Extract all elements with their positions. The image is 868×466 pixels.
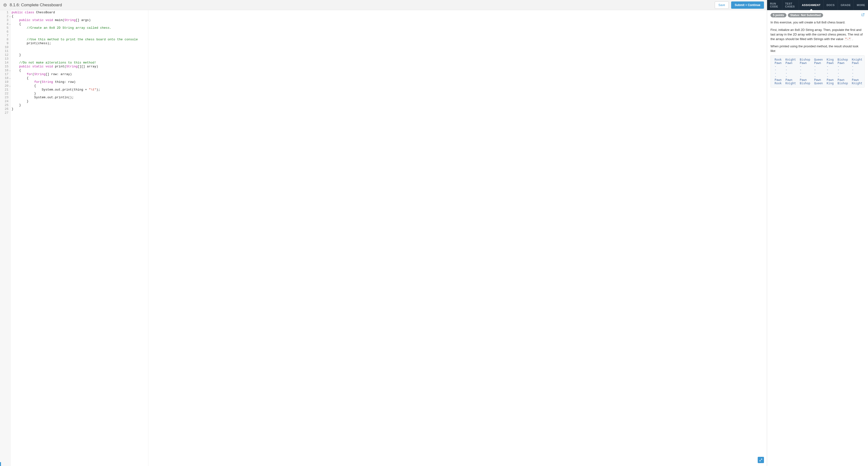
- table-cell: Pawn: [812, 78, 825, 82]
- code-line[interactable]: for(String[] row: array): [11, 72, 766, 76]
- table-cell: -: [864, 75, 865, 78]
- line-number: 3: [0, 18, 10, 22]
- line-number: 4: [0, 22, 10, 26]
- code-line[interactable]: //Use this method to print the chess boa…: [11, 38, 766, 41]
- code-line[interactable]: {: [11, 76, 766, 80]
- code-line[interactable]: {: [11, 84, 766, 88]
- table-cell: -: [798, 75, 812, 78]
- table-cell: King: [825, 58, 836, 61]
- table-cell: Knight: [783, 58, 798, 61]
- table-cell: -: [812, 65, 825, 68]
- code-line[interactable]: //Do not make alterations to this method…: [11, 61, 766, 65]
- table-cell: Rook: [773, 82, 783, 85]
- table-row: --------: [773, 71, 865, 75]
- code-line[interactable]: }: [11, 107, 766, 111]
- table-cell: -: [825, 65, 836, 68]
- dash-code: "-": [844, 37, 851, 41]
- code-line[interactable]: System.out.print(thing + "\t");: [11, 88, 766, 92]
- line-number: 24: [0, 99, 10, 103]
- table-row: --------: [773, 68, 865, 71]
- code-line[interactable]: {: [11, 22, 766, 26]
- code-line[interactable]: }: [11, 92, 766, 96]
- line-number: 18: [0, 76, 10, 80]
- table-cell: Rook: [864, 82, 865, 85]
- code-line[interactable]: System.out.println();: [11, 96, 766, 99]
- line-number: 25: [0, 103, 10, 107]
- tab-assignment[interactable]: ASSIGNMENT: [799, 0, 824, 10]
- code-line[interactable]: }: [11, 99, 766, 103]
- open-external-icon[interactable]: [861, 13, 865, 18]
- code-line[interactable]: for(String thing: row): [11, 80, 766, 84]
- code-editor[interactable]: 1234567891011121314151617181920212223242…: [0, 10, 767, 466]
- line-number: 6: [0, 30, 10, 34]
- code-line[interactable]: }: [11, 53, 766, 57]
- tab-docs[interactable]: DOCS: [824, 0, 838, 10]
- line-number: 8: [0, 38, 10, 41]
- code-line[interactable]: [11, 45, 766, 49]
- table-cell: Bishop: [798, 58, 812, 61]
- save-button[interactable]: Save: [715, 1, 728, 9]
- line-number: 15: [0, 65, 10, 69]
- table-cell: Pawn: [836, 61, 850, 65]
- table-cell: -: [864, 71, 865, 75]
- table-cell: Pawn: [773, 61, 783, 65]
- code-line[interactable]: [11, 30, 766, 34]
- line-number: 14: [0, 61, 10, 65]
- code-line[interactable]: }: [11, 103, 766, 107]
- fullscreen-button[interactable]: [758, 457, 764, 463]
- code-line[interactable]: public static void main(String[] args): [11, 18, 766, 22]
- line-number: 20: [0, 84, 10, 88]
- table-cell: Bishop: [798, 82, 812, 85]
- submit-continue-button[interactable]: Submit + Continue: [731, 1, 764, 9]
- code-area[interactable]: public class ChessBoard { public static …: [11, 10, 767, 466]
- code-line[interactable]: {: [11, 69, 766, 72]
- table-cell: -: [783, 68, 798, 71]
- code-line[interactable]: print(chess);: [11, 41, 766, 45]
- code-line[interactable]: public class ChessBoard: [11, 11, 766, 14]
- table-cell: -: [864, 65, 865, 68]
- table-cell: -: [836, 75, 850, 78]
- tab-test-cases[interactable]: TEST CASES: [782, 0, 799, 10]
- table-cell: Bishop: [836, 58, 850, 61]
- table-cell: Bishop: [836, 82, 850, 85]
- gear-icon[interactable]: [3, 3, 7, 7]
- para2b: .: [851, 37, 853, 41]
- table-cell: Pawn: [783, 78, 798, 82]
- app-root: 8.1.6: Complete Chessboard Save Submit +…: [0, 0, 868, 466]
- code-line[interactable]: [11, 34, 766, 38]
- code-line[interactable]: public static void print(String[][] arra…: [11, 65, 766, 69]
- code-line[interactable]: [11, 57, 766, 61]
- table-cell: -: [836, 68, 850, 71]
- tab-run-code[interactable]: RUN CODE: [767, 0, 782, 10]
- line-number: 13: [0, 57, 10, 61]
- table-cell: Pawn: [836, 78, 850, 82]
- line-number: 19: [0, 80, 10, 84]
- table-cell: Pawn: [798, 78, 812, 82]
- line-number: 16: [0, 69, 10, 72]
- tab-grade[interactable]: GRADE: [838, 0, 854, 10]
- table-cell: Pawn: [825, 61, 836, 65]
- table-cell: -: [773, 75, 783, 78]
- table-cell: -: [812, 71, 825, 75]
- points-badge: 5 points: [771, 13, 786, 18]
- badges-row: 5 points Status: Not Submitted: [771, 13, 865, 18]
- line-number: 23: [0, 96, 10, 99]
- line-number: 1: [0, 11, 10, 14]
- table-cell: -: [783, 65, 798, 68]
- tab-more[interactable]: MORE: [854, 0, 868, 10]
- table-row: --------: [773, 75, 865, 78]
- line-number: 2: [0, 14, 10, 18]
- code-line[interactable]: [11, 49, 766, 53]
- table-cell: -: [850, 65, 864, 68]
- assignment-para-3: When printed using the provided method, …: [771, 44, 865, 53]
- table-row: PawnPawnPawnPawnPawnPawnPawnPawn: [773, 78, 865, 82]
- code-line[interactable]: {: [11, 14, 766, 18]
- table-cell: -: [836, 65, 850, 68]
- line-number: 17: [0, 72, 10, 76]
- table-cell: Pawn: [864, 78, 865, 82]
- table-cell: -: [773, 68, 783, 71]
- line-gutter: 1234567891011121314151617181920212223242…: [0, 10, 11, 466]
- code-line[interactable]: //Create an 8x8 2D String array called c…: [11, 26, 766, 30]
- table-cell: -: [825, 75, 836, 78]
- table-cell: Pawn: [783, 61, 798, 65]
